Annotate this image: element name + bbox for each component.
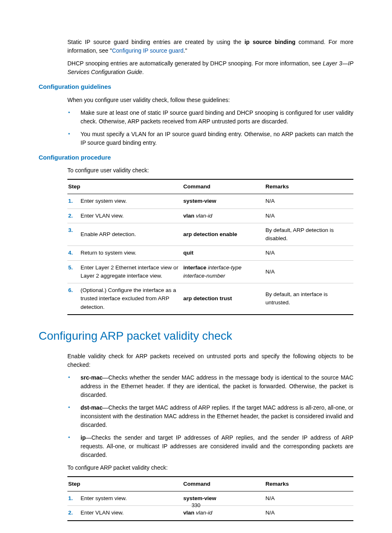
command-cell: quit [182, 246, 265, 260]
col-command: Command [182, 179, 265, 194]
remarks-cell: N/A [265, 209, 353, 223]
page-number: 330 [0, 501, 392, 510]
term: dst-mac [81, 404, 103, 411]
col-step: Step [67, 179, 182, 194]
def: —Checks the target MAC address of ARP re… [81, 404, 353, 428]
remarks-cell: N/A [265, 246, 353, 260]
table-row: 2. Enter VLAN view. vlan vlan-id N/A [67, 209, 353, 223]
command-name: ip source binding [244, 39, 295, 45]
cmd-italic: vlan-id [194, 213, 212, 219]
step-desc: Enable ARP detection. [80, 223, 182, 246]
procedure-table: Step Command Remarks 1. Enter system vie… [67, 179, 353, 315]
text: Static IP source guard binding entries a… [67, 39, 244, 45]
col-command: Command [182, 477, 265, 491]
def: —Checks the sender and target IP address… [81, 434, 353, 458]
link-configuring-ip-source-guard[interactable]: Configuring IP source guard [112, 47, 183, 54]
command-cell: arp detection enable [182, 223, 265, 246]
command-cell: system-view [182, 194, 265, 209]
guidelines-list: Make sure at least one of static IP sour… [67, 109, 353, 147]
cmd-bold: arp detection enable [183, 231, 237, 237]
validity-table: Step Command Remarks 1. Enter system vie… [67, 476, 353, 521]
step-desc: Enter system view. [80, 194, 182, 209]
text: ." [184, 47, 187, 54]
term: ip [81, 434, 85, 441]
cmd-bold: arp detection trust [183, 295, 232, 301]
cmd-bold: vlan [183, 213, 194, 219]
procedure-intro: To configure user validity check: [67, 166, 353, 175]
intro-paragraph-1: Static IP source guard binding entries a… [67, 38, 353, 55]
step-desc: Enter Layer 2 Ethernet interface view or… [80, 260, 182, 283]
cmd-bold: quit [183, 250, 194, 256]
validity-intro: Enable validity check for ARP packets re… [67, 352, 353, 369]
table-row: 6. (Optional.) Configure the interface a… [67, 283, 353, 315]
table-row: 1. Enter system view. system-view N/A [67, 194, 353, 209]
table-row: 3. Enable ARP detection. arp detection e… [67, 223, 353, 246]
step-number: 4. [67, 246, 80, 260]
cmd-bold: vlan [183, 510, 194, 516]
table-header-row: Step Command Remarks [67, 179, 353, 194]
text: DHCP snooping entries are automatically … [67, 60, 323, 67]
col-step: Step [67, 477, 182, 491]
intro-paragraph-2: DHCP snooping entries are automatically … [67, 59, 353, 76]
text: . [142, 69, 144, 75]
validity-intro2: To configure ARP packet validity check: [67, 463, 353, 472]
cmd-bold: system-view [183, 495, 216, 501]
step-desc: Return to system view. [80, 246, 182, 260]
heading-configuration-procedure: Configuration procedure [39, 153, 353, 162]
list-item: dst-mac—Checks the target MAC address of… [67, 403, 353, 429]
list-item: src-mac—Checks whether the sender MAC ad… [67, 373, 353, 399]
table-header-row: Step Command Remarks [67, 477, 353, 491]
heading-arp-packet-validity: Configuring ARP packet validity check [39, 327, 353, 345]
guidelines-intro: When you configure user validity check, … [67, 96, 353, 104]
command-cell: vlan vlan-id [182, 209, 265, 223]
remarks-cell: N/A [265, 194, 353, 209]
def: —Checks whether the sender MAC address i… [81, 374, 353, 398]
table-row: 5. Enter Layer 2 Ethernet interface view… [67, 260, 353, 283]
col-remarks: Remarks [265, 179, 353, 194]
table-row: 4. Return to system view. quit N/A [67, 246, 353, 260]
step-number: 6. [67, 283, 80, 315]
step-desc: Enter VLAN view. [80, 209, 182, 223]
validity-list: src-mac—Checks whether the sender MAC ad… [67, 373, 353, 459]
command-cell: arp detection trust [182, 283, 265, 315]
remarks-cell: By default, ARP detection is disabled. [265, 223, 353, 246]
step-number: 2. [67, 209, 80, 223]
step-desc: (Optional.) Configure the interface as a… [80, 283, 182, 315]
step-number: 3. [67, 223, 80, 246]
step-number: 1. [67, 194, 80, 209]
heading-configuration-guidelines: Configuration guidelines [39, 82, 353, 92]
cmd-bold: system-view [183, 198, 216, 204]
step-number: 5. [67, 260, 80, 283]
list-item: Make sure at least one of static IP sour… [67, 109, 353, 126]
list-item: ip—Checks the sender and target IP addre… [67, 433, 353, 459]
term: src-mac [81, 374, 103, 381]
command-cell: interface interface-type interface-numbe… [182, 260, 265, 283]
remarks-cell: N/A [265, 260, 353, 283]
cmd-bold: interface [183, 264, 206, 271]
remarks-cell: By default, an interface is untrusted. [265, 283, 353, 315]
cmd-italic: vlan-id [194, 510, 212, 516]
list-item: You must specify a VLAN for an IP source… [67, 130, 353, 147]
col-remarks: Remarks [265, 477, 353, 491]
